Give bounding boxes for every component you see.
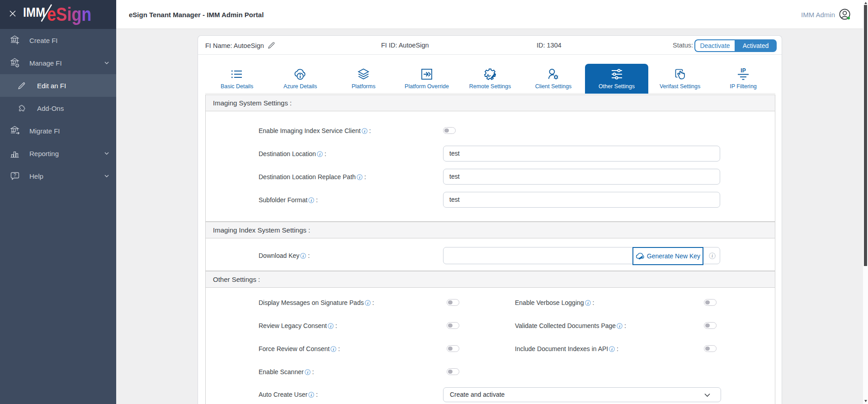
svg-text:i: i [364,129,365,133]
svg-text:i: i [712,253,713,258]
svg-text:IP: IP [741,67,745,74]
svg-text:i: i [307,370,308,375]
svg-text:i: i [611,347,613,352]
svg-text:i: i [359,175,360,180]
svg-text:i: i [330,324,331,328]
svg-text:eSign: eSign [47,4,91,24]
svg-text:IMM: IMM [23,5,45,20]
svg-text:i: i [619,324,620,328]
svg-text:?: ? [14,172,16,178]
svg-text:i: i [311,393,312,397]
svg-text:i: i [333,347,334,352]
svg-text:i: i [319,152,321,157]
svg-text:i: i [311,198,312,203]
svg-text:i: i [587,301,589,305]
svg-text:i: i [367,301,368,305]
svg-text:i: i [302,254,304,258]
